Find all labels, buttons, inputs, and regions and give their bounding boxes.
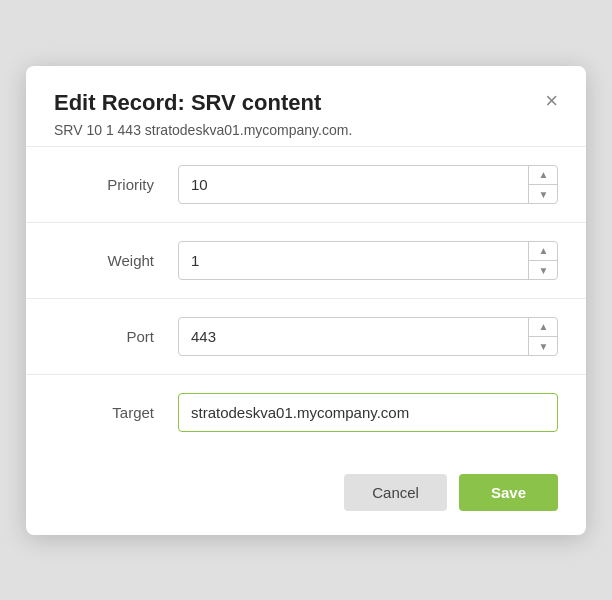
chevron-up-icon (539, 169, 549, 180)
chevron-up-icon (539, 321, 549, 332)
target-input-wrap (178, 393, 558, 432)
priority-row: Priority (26, 146, 586, 222)
save-button[interactable]: Save (459, 474, 558, 511)
weight-row: Weight (26, 222, 586, 298)
weight-input[interactable] (178, 241, 558, 280)
target-input[interactable] (178, 393, 558, 432)
target-label: Target (54, 404, 154, 421)
port-increment-button[interactable] (529, 317, 558, 337)
weight-increment-button[interactable] (529, 241, 558, 261)
port-input[interactable] (178, 317, 558, 356)
chevron-down-icon (539, 265, 549, 276)
weight-decrement-button[interactable] (529, 261, 558, 280)
priority-increment-button[interactable] (529, 165, 558, 185)
priority-label: Priority (54, 176, 154, 193)
port-input-wrap (178, 317, 558, 356)
port-row: Port (26, 298, 586, 374)
cancel-button[interactable]: Cancel (344, 474, 447, 511)
chevron-down-icon (539, 341, 549, 352)
priority-input[interactable] (178, 165, 558, 204)
weight-input-wrap (178, 241, 558, 280)
target-row: Target (26, 374, 586, 450)
chevron-up-icon (539, 245, 549, 256)
priority-spinner (528, 165, 558, 204)
dialog-subtitle: SRV 10 1 443 stratodeskva01.mycompany.co… (54, 122, 558, 138)
port-decrement-button[interactable] (529, 337, 558, 356)
port-spinner (528, 317, 558, 356)
port-label: Port (54, 328, 154, 345)
weight-label: Weight (54, 252, 154, 269)
chevron-down-icon (539, 189, 549, 200)
close-button[interactable]: × (537, 86, 566, 116)
dialog-footer: Cancel Save (26, 458, 586, 535)
dialog-title: Edit Record: SRV content (54, 90, 558, 116)
dialog-body: Priority Weight Port (26, 146, 586, 458)
priority-decrement-button[interactable] (529, 185, 558, 204)
edit-record-dialog: Edit Record: SRV content SRV 10 1 443 st… (26, 66, 586, 535)
weight-spinner (528, 241, 558, 280)
priority-input-wrap (178, 165, 558, 204)
dialog-header: Edit Record: SRV content SRV 10 1 443 st… (26, 66, 586, 146)
